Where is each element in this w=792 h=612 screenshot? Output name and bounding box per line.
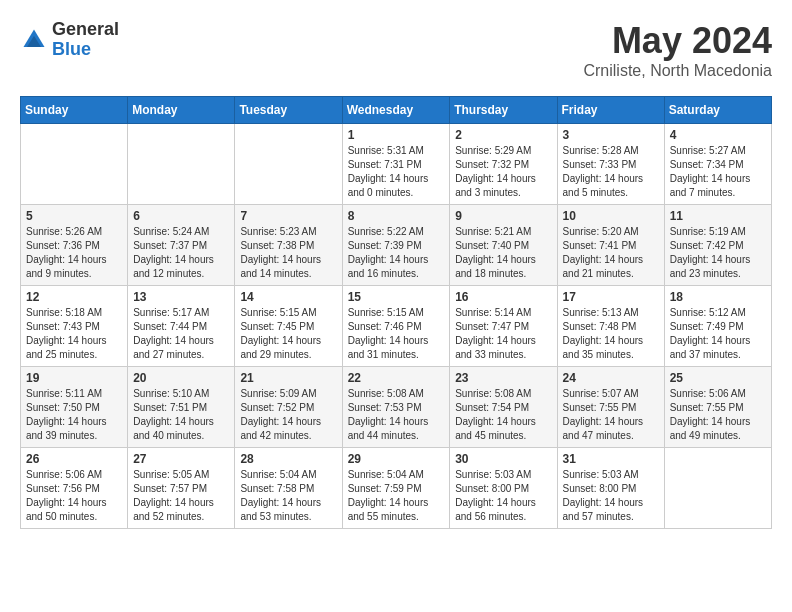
day-number: 7 [240,209,336,223]
calendar-cell: 24Sunrise: 5:07 AM Sunset: 7:55 PM Dayli… [557,367,664,448]
day-info: Sunrise: 5:21 AM Sunset: 7:40 PM Dayligh… [455,225,551,281]
day-info: Sunrise: 5:10 AM Sunset: 7:51 PM Dayligh… [133,387,229,443]
location: Crniliste, North Macedonia [583,62,772,80]
day-info: Sunrise: 5:20 AM Sunset: 7:41 PM Dayligh… [563,225,659,281]
day-info: Sunrise: 5:03 AM Sunset: 8:00 PM Dayligh… [563,468,659,524]
day-info: Sunrise: 5:12 AM Sunset: 7:49 PM Dayligh… [670,306,766,362]
day-info: Sunrise: 5:06 AM Sunset: 7:55 PM Dayligh… [670,387,766,443]
day-info: Sunrise: 5:18 AM Sunset: 7:43 PM Dayligh… [26,306,122,362]
day-info: Sunrise: 5:09 AM Sunset: 7:52 PM Dayligh… [240,387,336,443]
month-year: May 2024 [583,20,772,62]
calendar-cell: 7Sunrise: 5:23 AM Sunset: 7:38 PM Daylig… [235,205,342,286]
day-number: 13 [133,290,229,304]
calendar-cell: 16Sunrise: 5:14 AM Sunset: 7:47 PM Dayli… [450,286,557,367]
calendar-cell: 25Sunrise: 5:06 AM Sunset: 7:55 PM Dayli… [664,367,771,448]
day-number: 23 [455,371,551,385]
calendar-cell: 29Sunrise: 5:04 AM Sunset: 7:59 PM Dayli… [342,448,450,529]
day-info: Sunrise: 5:17 AM Sunset: 7:44 PM Dayligh… [133,306,229,362]
calendar-cell: 28Sunrise: 5:04 AM Sunset: 7:58 PM Dayli… [235,448,342,529]
day-number: 30 [455,452,551,466]
calendar-cell: 19Sunrise: 5:11 AM Sunset: 7:50 PM Dayli… [21,367,128,448]
day-info: Sunrise: 5:11 AM Sunset: 7:50 PM Dayligh… [26,387,122,443]
day-number: 28 [240,452,336,466]
calendar-cell: 31Sunrise: 5:03 AM Sunset: 8:00 PM Dayli… [557,448,664,529]
calendar-week-1: 1Sunrise: 5:31 AM Sunset: 7:31 PM Daylig… [21,124,772,205]
day-info: Sunrise: 5:15 AM Sunset: 7:45 PM Dayligh… [240,306,336,362]
day-number: 31 [563,452,659,466]
calendar-week-5: 26Sunrise: 5:06 AM Sunset: 7:56 PM Dayli… [21,448,772,529]
day-info: Sunrise: 5:31 AM Sunset: 7:31 PM Dayligh… [348,144,445,200]
calendar-week-4: 19Sunrise: 5:11 AM Sunset: 7:50 PM Dayli… [21,367,772,448]
day-info: Sunrise: 5:06 AM Sunset: 7:56 PM Dayligh… [26,468,122,524]
calendar-cell: 5Sunrise: 5:26 AM Sunset: 7:36 PM Daylig… [21,205,128,286]
day-info: Sunrise: 5:15 AM Sunset: 7:46 PM Dayligh… [348,306,445,362]
day-number: 8 [348,209,445,223]
calendar-cell: 3Sunrise: 5:28 AM Sunset: 7:33 PM Daylig… [557,124,664,205]
col-sunday: Sunday [21,97,128,124]
title-block: May 2024 Crniliste, North Macedonia [583,20,772,80]
logo-general: General [52,20,119,40]
header-row: Sunday Monday Tuesday Wednesday Thursday… [21,97,772,124]
day-info: Sunrise: 5:08 AM Sunset: 7:53 PM Dayligh… [348,387,445,443]
day-info: Sunrise: 5:05 AM Sunset: 7:57 PM Dayligh… [133,468,229,524]
calendar-cell: 12Sunrise: 5:18 AM Sunset: 7:43 PM Dayli… [21,286,128,367]
calendar-cell: 11Sunrise: 5:19 AM Sunset: 7:42 PM Dayli… [664,205,771,286]
day-info: Sunrise: 5:13 AM Sunset: 7:48 PM Dayligh… [563,306,659,362]
day-number: 14 [240,290,336,304]
day-number: 25 [670,371,766,385]
col-tuesday: Tuesday [235,97,342,124]
calendar-cell [664,448,771,529]
col-saturday: Saturday [664,97,771,124]
calendar-cell: 17Sunrise: 5:13 AM Sunset: 7:48 PM Dayli… [557,286,664,367]
col-wednesday: Wednesday [342,97,450,124]
day-number: 15 [348,290,445,304]
calendar-header: Sunday Monday Tuesday Wednesday Thursday… [21,97,772,124]
calendar-cell: 10Sunrise: 5:20 AM Sunset: 7:41 PM Dayli… [557,205,664,286]
calendar-cell: 1Sunrise: 5:31 AM Sunset: 7:31 PM Daylig… [342,124,450,205]
day-info: Sunrise: 5:14 AM Sunset: 7:47 PM Dayligh… [455,306,551,362]
day-number: 26 [26,452,122,466]
day-info: Sunrise: 5:19 AM Sunset: 7:42 PM Dayligh… [670,225,766,281]
calendar-cell: 13Sunrise: 5:17 AM Sunset: 7:44 PM Dayli… [128,286,235,367]
day-info: Sunrise: 5:07 AM Sunset: 7:55 PM Dayligh… [563,387,659,443]
calendar-cell: 22Sunrise: 5:08 AM Sunset: 7:53 PM Dayli… [342,367,450,448]
calendar-cell: 4Sunrise: 5:27 AM Sunset: 7:34 PM Daylig… [664,124,771,205]
logo-text: General Blue [52,20,119,60]
calendar-week-2: 5Sunrise: 5:26 AM Sunset: 7:36 PM Daylig… [21,205,772,286]
day-number: 16 [455,290,551,304]
calendar-week-3: 12Sunrise: 5:18 AM Sunset: 7:43 PM Dayli… [21,286,772,367]
day-number: 6 [133,209,229,223]
calendar-page: General Blue May 2024 Crniliste, North M… [0,0,792,539]
day-info: Sunrise: 5:27 AM Sunset: 7:34 PM Dayligh… [670,144,766,200]
day-info: Sunrise: 5:03 AM Sunset: 8:00 PM Dayligh… [455,468,551,524]
day-number: 27 [133,452,229,466]
calendar-cell: 23Sunrise: 5:08 AM Sunset: 7:54 PM Dayli… [450,367,557,448]
day-info: Sunrise: 5:04 AM Sunset: 7:59 PM Dayligh… [348,468,445,524]
day-number: 9 [455,209,551,223]
calendar-cell [128,124,235,205]
day-number: 4 [670,128,766,142]
logo-blue: Blue [52,40,119,60]
day-info: Sunrise: 5:26 AM Sunset: 7:36 PM Dayligh… [26,225,122,281]
day-info: Sunrise: 5:29 AM Sunset: 7:32 PM Dayligh… [455,144,551,200]
day-number: 24 [563,371,659,385]
calendar-cell: 30Sunrise: 5:03 AM Sunset: 8:00 PM Dayli… [450,448,557,529]
day-number: 10 [563,209,659,223]
calendar-table: Sunday Monday Tuesday Wednesday Thursday… [20,96,772,529]
calendar-cell: 14Sunrise: 5:15 AM Sunset: 7:45 PM Dayli… [235,286,342,367]
calendar-cell: 21Sunrise: 5:09 AM Sunset: 7:52 PM Dayli… [235,367,342,448]
calendar-cell: 2Sunrise: 5:29 AM Sunset: 7:32 PM Daylig… [450,124,557,205]
calendar-cell: 18Sunrise: 5:12 AM Sunset: 7:49 PM Dayli… [664,286,771,367]
day-info: Sunrise: 5:24 AM Sunset: 7:37 PM Dayligh… [133,225,229,281]
header: General Blue May 2024 Crniliste, North M… [20,20,772,80]
day-info: Sunrise: 5:08 AM Sunset: 7:54 PM Dayligh… [455,387,551,443]
col-friday: Friday [557,97,664,124]
day-number: 29 [348,452,445,466]
col-monday: Monday [128,97,235,124]
day-number: 17 [563,290,659,304]
day-number: 3 [563,128,659,142]
day-number: 18 [670,290,766,304]
day-number: 2 [455,128,551,142]
day-number: 12 [26,290,122,304]
calendar-body: 1Sunrise: 5:31 AM Sunset: 7:31 PM Daylig… [21,124,772,529]
